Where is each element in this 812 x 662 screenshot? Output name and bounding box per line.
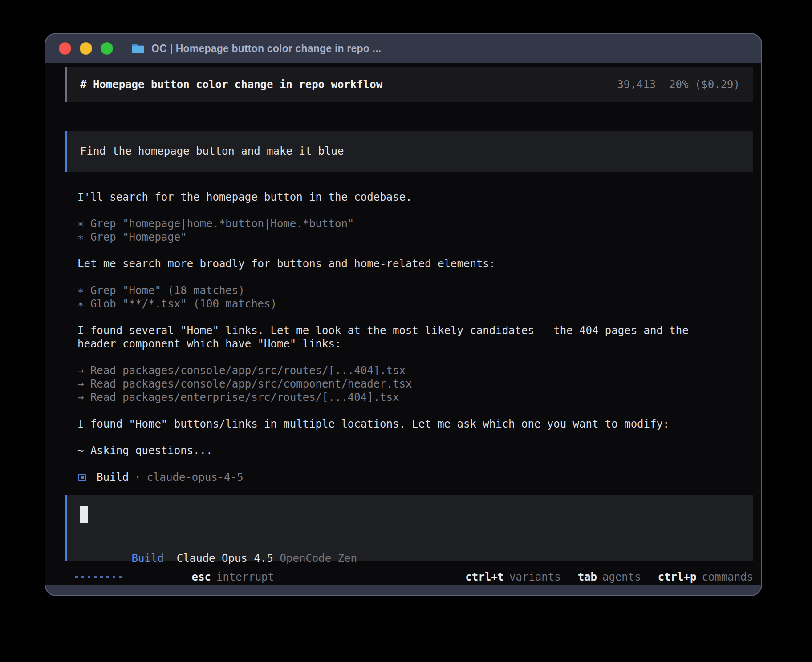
transcript-para: I found several "Home" links. Let me loo… bbox=[77, 324, 753, 351]
spinner-dot bbox=[75, 576, 78, 578]
spinner-dot bbox=[100, 576, 103, 578]
footer-hints: ctrl+tvariantstabagentsctrl+pcommands bbox=[465, 571, 753, 583]
context-cost: 20% ($0.29) bbox=[669, 78, 740, 91]
user-message: Find the homepage button and make it blu… bbox=[65, 131, 753, 172]
terminal-content: # Homepage button color change in repo w… bbox=[45, 63, 761, 585]
spinner-dots bbox=[75, 576, 122, 578]
tool-call-line: ∗ Grep "Home" (18 matches) bbox=[77, 284, 753, 297]
tool-call-line: → Read packages/enterprise/src/routes/[.… bbox=[77, 391, 753, 404]
zoom-window-icon[interactable] bbox=[101, 42, 113, 55]
keybind-hint-variants: ctrl+tvariants bbox=[465, 571, 560, 583]
transcript-para: ~ Asking questions... bbox=[77, 444, 753, 457]
minimize-window-icon[interactable] bbox=[80, 42, 92, 55]
text-cursor bbox=[80, 506, 88, 523]
interrupt-hint: escinterrupt bbox=[140, 558, 274, 596]
assistant-text-line: ~ Asking questions... bbox=[77, 444, 753, 457]
hint-label: variants bbox=[509, 571, 561, 583]
tool-call-line: ∗ Grep "homepage|home.*button|Home.*butt… bbox=[77, 217, 753, 230]
transcript-agent: Build·claude-opus-4-5 bbox=[77, 471, 753, 484]
agent-name: Build bbox=[97, 471, 129, 484]
transcript-para: Let me search more broadly for buttons a… bbox=[77, 257, 753, 270]
separator-dot: · bbox=[134, 471, 141, 484]
session-title: # Homepage button color change in repo w… bbox=[80, 78, 382, 91]
spinner-dot bbox=[119, 576, 122, 578]
assistant-text-line: header component which have "Home" links… bbox=[77, 337, 753, 351]
user-message-text: Find the homepage button and make it blu… bbox=[80, 145, 344, 157]
spinner-dot bbox=[94, 576, 97, 578]
spinner-dot bbox=[88, 576, 90, 578]
assistant-text-line: Let me search more broadly for buttons a… bbox=[77, 257, 753, 270]
assistant-text-line: I found several "Home" links. Let me loo… bbox=[77, 324, 753, 337]
hint-key: tab bbox=[578, 571, 597, 583]
folder-icon bbox=[131, 43, 145, 54]
assistant-text-line: I'll search for the homepage button in t… bbox=[77, 190, 753, 204]
session-header: # Homepage button color change in repo w… bbox=[65, 67, 753, 102]
spinner-dot bbox=[106, 576, 109, 578]
hint-label: commands bbox=[702, 571, 753, 583]
keybind-hint-agents: tabagents bbox=[578, 571, 641, 583]
transcript-tools: ∗ Grep "Home" (18 matches)∗ Glob "**/*.t… bbox=[77, 284, 753, 311]
transcript-para: I'll search for the homepage button in t… bbox=[77, 190, 753, 204]
provider-label: OpenCode Zen bbox=[280, 552, 357, 565]
input-statusline: BuildClaude Opus 4.5OpenCode Zen bbox=[80, 538, 740, 552]
window-title: OC | Homepage button color change in rep… bbox=[151, 43, 381, 55]
interrupt-label: interrupt bbox=[216, 571, 274, 583]
footer-statusbar: escinterrupt ctrl+tvariantstabagentsctrl… bbox=[65, 570, 753, 584]
prompt-input[interactable]: BuildClaude Opus 4.5OpenCode Zen bbox=[65, 495, 753, 561]
window-titlebar[interactable]: OC | Homepage button color change in rep… bbox=[45, 34, 761, 63]
terminal-window: OC | Homepage button color change in rep… bbox=[45, 33, 762, 596]
hint-key: ctrl+p bbox=[658, 571, 697, 583]
tool-call-line: → Read packages/console/app/src/routes/[… bbox=[77, 364, 753, 377]
close-window-icon[interactable] bbox=[59, 42, 71, 55]
spinner-dot bbox=[113, 576, 115, 578]
token-count: 39,413 bbox=[617, 78, 656, 91]
transcript-tools: ∗ Grep "homepage|home.*button|Home.*butt… bbox=[77, 217, 753, 244]
hint-label: agents bbox=[602, 571, 641, 583]
transcript-para: I found "Home" buttons/links in multiple… bbox=[77, 417, 753, 431]
keybind-hint-commands: ctrl+pcommands bbox=[658, 571, 753, 583]
square-dot-icon bbox=[78, 474, 86, 481]
tool-call-line: ∗ Glob "**/*.tsx" (100 matches) bbox=[77, 297, 753, 311]
tool-call-line: → Read packages/console/app/src/componen… bbox=[77, 377, 753, 391]
transcript-tools: → Read packages/console/app/src/routes/[… bbox=[77, 364, 753, 404]
assistant-text-line: I found "Home" buttons/links in multiple… bbox=[77, 417, 753, 431]
transcript: I'll search for the homepage button in t… bbox=[65, 190, 753, 484]
agent-model: claude-opus-4-5 bbox=[147, 471, 244, 484]
tool-call-line: ∗ Grep "Homepage" bbox=[77, 230, 753, 244]
esc-key-label: esc bbox=[192, 571, 211, 583]
spinner-dot bbox=[81, 576, 84, 578]
session-stats: 39,413 20% ($0.29) bbox=[617, 78, 740, 91]
hint-key: ctrl+t bbox=[465, 571, 504, 583]
